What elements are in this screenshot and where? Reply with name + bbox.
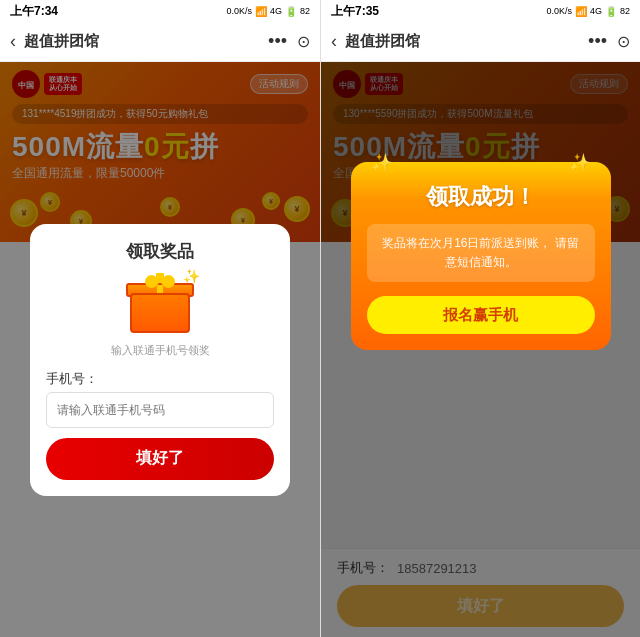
left-status-bar: 上午7:34 0.0K/s 📶 4G 🔋 82	[0, 0, 320, 22]
right-success-modal-overlay: ✨ ✨ 领取成功！ 奖品将在次月16日前派送到账， 请留意短信通知。 报名赢手机	[321, 62, 640, 637]
right-nav-title: 超值拼团馆	[345, 32, 588, 51]
left-content-area: 中国 联通庆丰 从心开始 活动规则 131****4519拼团成功，获得50元购…	[0, 62, 320, 637]
left-modal-box: 领取奖品 ✨	[30, 224, 290, 496]
right-time: 上午7:35	[331, 3, 379, 20]
left-modal-title: 领取奖品	[46, 240, 274, 263]
right-nav-target-icon[interactable]: ⊙	[617, 32, 630, 51]
right-success-title: 领取成功！	[367, 182, 595, 212]
left-nav-bar: ‹ 超值拼团馆 ••• ⊙	[0, 22, 320, 62]
left-gift-box: ✨	[125, 273, 195, 333]
right-success-action-btn[interactable]: 报名赢手机	[367, 296, 595, 334]
right-status-icons: 0.0K/s 📶 4G 🔋 82	[546, 6, 630, 17]
left-gift-icon-area: ✨	[46, 273, 274, 333]
right-battery-icon: 🔋	[605, 6, 617, 17]
right-network-text: 4G	[590, 6, 602, 16]
left-modal-overlay: 领取奖品 ✨	[0, 62, 320, 637]
left-network-text: 4G	[270, 6, 282, 16]
right-sparkle-right: ✨	[569, 152, 591, 174]
left-battery-icon: 🔋	[285, 6, 297, 17]
left-nav-target-icon[interactable]: ⊙	[297, 32, 310, 51]
left-sparkle-icon: ✨	[183, 268, 200, 284]
left-status-icons: 0.0K/s 📶 4G 🔋 82	[226, 6, 310, 17]
right-nav-bar: ‹ 超值拼团馆 ••• ⊙	[321, 22, 640, 62]
left-bow-right	[159, 272, 177, 290]
left-back-button[interactable]: ‹	[10, 31, 16, 52]
right-success-modal-box: ✨ ✨ 领取成功！ 奖品将在次月16日前派送到账， 请留意短信通知。 报名赢手机	[351, 162, 611, 350]
right-desc-line1: 奖品将在次月16日前派送到账，	[382, 236, 551, 250]
left-gift-bow	[145, 275, 175, 291]
right-success-desc: 奖品将在次月16日前派送到账， 请留意短信通知。	[367, 224, 595, 282]
right-back-button[interactable]: ‹	[331, 31, 337, 52]
right-content-area: 中国 联通庆丰 从心开始 活动规则 130****5590拼团成功，获得500M…	[321, 62, 640, 637]
left-field-label: 手机号：	[46, 370, 274, 388]
left-phone-panel: 上午7:34 0.0K/s 📶 4G 🔋 82 ‹ 超值拼团馆 ••• ⊙ 中国	[0, 0, 320, 637]
right-nav-dots[interactable]: •••	[588, 31, 607, 52]
left-gift-body	[130, 293, 190, 333]
left-battery-level: 82	[300, 6, 310, 16]
left-modal-subtitle: 输入联通手机号领奖	[46, 343, 274, 358]
right-status-bar: 上午7:35 0.0K/s 📶 4G 🔋 82	[321, 0, 640, 22]
right-sparkle-left: ✨	[371, 152, 393, 174]
right-signal-icon: 📶	[575, 6, 587, 17]
left-phone-field: 手机号：	[46, 370, 274, 428]
right-phone-panel: 上午7:35 0.0K/s 📶 4G 🔋 82 ‹ 超值拼团馆 ••• ⊙ 中国	[320, 0, 640, 637]
left-nav-title: 超值拼团馆	[24, 32, 268, 51]
right-signal-text: 0.0K/s	[546, 6, 572, 16]
left-submit-btn[interactable]: 填好了	[46, 438, 274, 480]
left-time: 上午7:34	[10, 3, 58, 20]
left-signal-icon: 📶	[255, 6, 267, 17]
right-battery-level: 82	[620, 6, 630, 16]
left-nav-dots[interactable]: •••	[268, 31, 287, 52]
left-signal-text: 0.0K/s	[226, 6, 252, 16]
left-phone-input[interactable]	[46, 392, 274, 428]
